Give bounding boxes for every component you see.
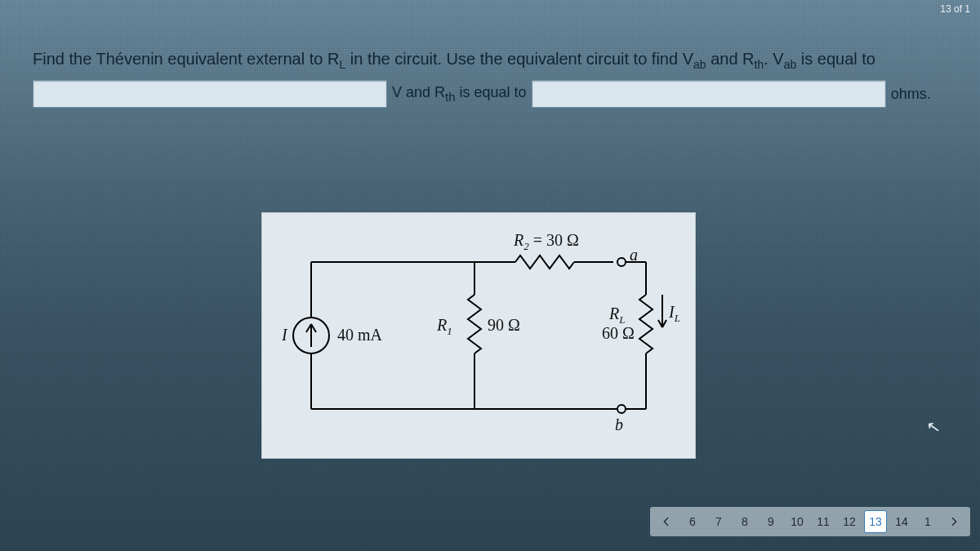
- question-pager: 678910111213141: [650, 507, 970, 536]
- label-RL-value: 60 Ω: [602, 324, 635, 343]
- node-a: a: [630, 246, 638, 264]
- between-text: V and Rth is equal to: [392, 84, 527, 104]
- txt-sub: L: [675, 312, 680, 324]
- answer-row: V and Rth is equal to ohms.: [33, 80, 947, 108]
- pager-page-8[interactable]: 8: [733, 510, 756, 533]
- txt: R: [514, 231, 523, 249]
- page-counter: 13 of 1: [940, 3, 970, 15]
- q-vab-sub: ab: [784, 58, 797, 71]
- label-I: I: [282, 326, 287, 344]
- q-vab-sub: ab: [693, 58, 706, 71]
- vab-input[interactable]: [33, 80, 387, 108]
- pager-page-1[interactable]: 1: [916, 510, 939, 533]
- pager-page-13[interactable]: 13: [864, 510, 887, 533]
- pager-prev[interactable]: [655, 510, 678, 533]
- q-rl: R: [327, 50, 339, 68]
- svg-point-1: [617, 405, 626, 413]
- txt: I: [669, 303, 675, 321]
- label-R1-value: 90 Ω: [488, 316, 520, 335]
- pager-page-11[interactable]: 11: [812, 510, 835, 533]
- label-RL: RL: [609, 304, 625, 327]
- q-text: is equal to: [796, 50, 875, 68]
- rth-input[interactable]: [532, 80, 886, 108]
- pager-page-14[interactable]: 14: [890, 510, 913, 533]
- label-IL: IL: [669, 303, 680, 325]
- q-text: . V: [764, 50, 783, 68]
- q-text: and R: [706, 50, 755, 68]
- cursor-icon: ↖: [925, 416, 942, 438]
- pager-page-9[interactable]: 9: [760, 510, 782, 533]
- txt: = 30 Ω: [529, 231, 579, 249]
- txt: is equal to: [456, 84, 527, 100]
- node-b: b: [615, 415, 623, 434]
- circuit-diagram: I 40 mA R1 90 Ω R2 = 30 Ω RL 60 Ω IL a b: [261, 212, 696, 459]
- pager-page-6[interactable]: 6: [681, 510, 704, 533]
- label-I-value: 40 mA: [337, 326, 382, 344]
- pager-page-7[interactable]: 7: [707, 510, 730, 533]
- q-text: Find the Thévenin equivalent external to: [33, 50, 327, 68]
- q-rth-sub: th: [755, 58, 764, 71]
- pager-next[interactable]: [942, 510, 965, 533]
- txt-sub: th: [445, 90, 456, 104]
- txt: V and R: [392, 84, 445, 100]
- pager-page-10[interactable]: 10: [786, 510, 808, 533]
- unit-ohms: ohms.: [891, 86, 931, 103]
- txt: R: [609, 304, 619, 322]
- question-prompt: Find the Thévenin equivalent external to…: [33, 47, 947, 73]
- pager-page-12[interactable]: 12: [838, 510, 861, 533]
- q-text: in the circuit. Use the equivalent circu…: [345, 50, 693, 68]
- txt-sub: 1: [447, 325, 452, 337]
- txt: R: [437, 316, 447, 334]
- svg-point-0: [617, 258, 626, 266]
- label-R1: R1: [437, 316, 452, 338]
- label-R2: R2 = 30 Ω: [514, 231, 579, 253]
